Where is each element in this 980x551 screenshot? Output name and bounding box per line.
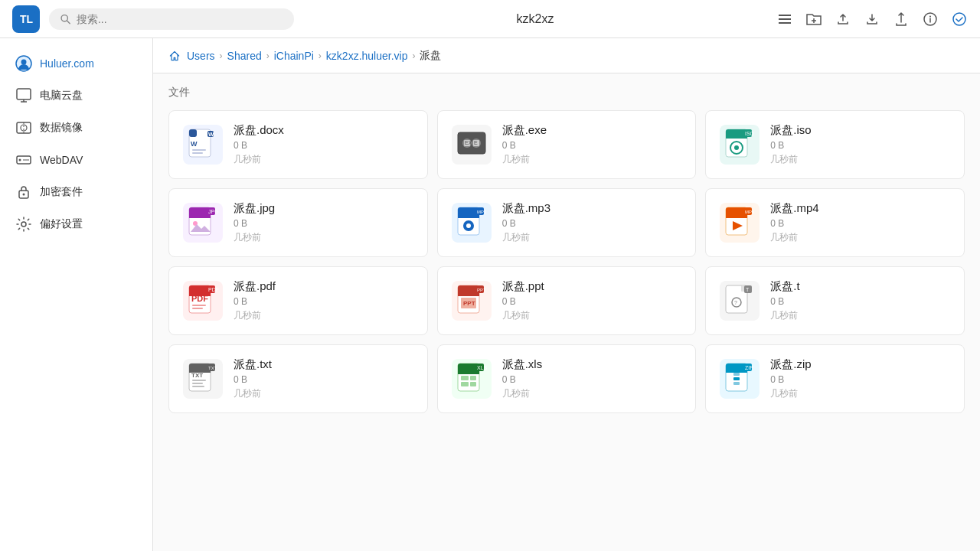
- download-icon[interactable]: [864, 11, 880, 28]
- topbar: TL kzk2xz: [0, 0, 980, 38]
- svg-text:TXT: TXT: [191, 372, 203, 379]
- sidebar-item-label: 数据镜像: [40, 121, 83, 135]
- svg-rect-104: [192, 383, 203, 384]
- file-name: 派盘.ppt: [502, 279, 544, 294]
- breadcrumb-current: 派盘: [420, 49, 441, 63]
- file-info: 派盘.iso 0 B 几秒前: [770, 123, 811, 166]
- file-name: 派盘.docx: [234, 123, 284, 138]
- breadcrumb-domain[interactable]: kzk2xz.huluer.vip: [326, 50, 408, 62]
- file-info: 派盘.mp3 0 B 几秒前: [502, 201, 550, 244]
- sidebar-item-cloud[interactable]: 电脑云盘: [0, 80, 152, 112]
- info-icon[interactable]: [922, 11, 939, 28]
- svg-rect-32: [192, 152, 203, 154]
- sidebar-user-label: Huluer.com: [40, 57, 94, 70]
- file-name: 派盘.pdf: [234, 279, 276, 294]
- svg-rect-69: [726, 214, 747, 218]
- sidebar-item-webdav[interactable]: WebDAV: [0, 144, 152, 176]
- file-card[interactable]: PPT PPT 派盘.ppt 0 B 几秒前: [437, 266, 697, 335]
- webdav-icon: [15, 152, 32, 168]
- svg-point-22: [19, 159, 21, 161]
- svg-rect-54: [189, 214, 211, 218]
- svg-rect-78: [192, 305, 206, 306]
- file-size: 0 B: [770, 218, 818, 229]
- list-view-icon[interactable]: [776, 11, 793, 28]
- file-icon-mp3: MP3: [452, 203, 492, 243]
- svg-point-26: [21, 222, 26, 227]
- breadcrumb-ichainpi[interactable]: iChainPi: [274, 50, 314, 62]
- svg-rect-31: [192, 149, 206, 151]
- svg-point-63: [466, 223, 471, 228]
- file-icon-pdf: PDF PDF: [183, 281, 223, 321]
- home-icon: [168, 50, 181, 62]
- svg-point-48: [734, 145, 739, 150]
- user-avatar-icon: [15, 55, 32, 72]
- svg-rect-15: [17, 89, 31, 99]
- search-bar[interactable]: [49, 8, 294, 30]
- file-size: 0 B: [502, 218, 550, 229]
- file-time: 几秒前: [770, 231, 818, 244]
- svg-point-14: [21, 60, 27, 65]
- file-time: 几秒前: [234, 153, 284, 166]
- file-size: 0 B: [770, 374, 811, 385]
- svg-rect-121: [726, 368, 747, 373]
- svg-point-2: [61, 15, 67, 21]
- file-time: 几秒前: [234, 309, 276, 322]
- sidebar-item-mirror[interactable]: 数据镜像: [0, 112, 152, 144]
- breadcrumb-sep-1: ›: [220, 51, 223, 61]
- file-size: 0 B: [502, 296, 544, 307]
- search-icon: [60, 13, 70, 24]
- file-name: 派盘.t: [770, 279, 799, 294]
- sidebar-item-user[interactable]: Huluer.com: [0, 47, 152, 80]
- file-card[interactable]: XLS 派盘.xls 0 B 几秒前: [437, 344, 697, 413]
- file-card[interactable]: MP3 派盘.mp3 0 B 几秒前: [437, 188, 697, 257]
- file-card[interactable]: MP4 派盘.mp4 0 B 几秒前: [705, 188, 965, 257]
- svg-rect-6: [779, 22, 791, 24]
- svg-rect-85: [458, 292, 479, 296]
- svg-text:?: ?: [734, 300, 737, 305]
- sidebar-item-encrypt[interactable]: 加密套件: [0, 176, 152, 208]
- svg-rect-122: [733, 373, 740, 376]
- file-info: 派盘.pdf 0 B 几秒前: [234, 279, 276, 322]
- file-info: 派盘.mp4 0 B 几秒前: [770, 201, 818, 244]
- svg-rect-123: [733, 377, 740, 380]
- search-input[interactable]: [77, 13, 283, 25]
- file-time: 几秒前: [770, 153, 811, 166]
- file-card[interactable]: ? T 派盘.t 0 B 几秒前: [705, 266, 965, 335]
- file-card[interactable]: JPG 派盘.jpg 0 B 几秒前: [168, 188, 428, 257]
- file-card[interactable]: EX E 派盘.exe 0 B 几秒前: [437, 110, 697, 179]
- file-size: 0 B: [502, 140, 547, 151]
- file-name: 派盘.iso: [770, 123, 811, 138]
- file-size: 0 B: [770, 140, 811, 151]
- sidebar-item-label: 加密套件: [40, 185, 83, 199]
- file-icon-ppt: PPT PPT: [452, 281, 492, 321]
- share-icon[interactable]: [893, 11, 910, 28]
- svg-point-25: [23, 194, 25, 196]
- svg-text:PDF: PDF: [208, 287, 219, 292]
- breadcrumb-shared[interactable]: Shared: [227, 50, 262, 62]
- file-icon-jpg: JPG: [183, 203, 223, 243]
- file-card[interactable]: W W 派盘.docx 0 B 几秒前: [168, 110, 428, 179]
- file-name: 派盘.zip: [770, 357, 811, 372]
- upload-file-icon[interactable]: [835, 11, 851, 28]
- file-card[interactable]: TXT TXT 派盘.txt 0 B 几秒前: [168, 344, 428, 413]
- svg-rect-5: [779, 18, 791, 20]
- svg-rect-113: [470, 376, 476, 380]
- check-icon[interactable]: [951, 11, 968, 28]
- svg-text:TXT: TXT: [208, 366, 217, 370]
- app-logo: TL: [12, 5, 40, 33]
- mirror-icon: [15, 119, 32, 136]
- svg-text:JPG: JPG: [208, 209, 219, 214]
- file-card[interactable]: ZIP 派盘.zip 0 B 几秒前: [705, 344, 965, 413]
- file-time: 几秒前: [502, 231, 550, 244]
- file-size: 0 B: [234, 140, 284, 151]
- file-time: 几秒前: [770, 309, 799, 322]
- file-card[interactable]: ISO 派盘.iso 0 B 几秒前: [705, 110, 965, 179]
- sidebar-item-settings[interactable]: 偏好设置: [0, 208, 152, 240]
- file-size: 0 B: [770, 296, 799, 307]
- breadcrumb-users[interactable]: Users: [187, 50, 215, 62]
- file-card[interactable]: PDF PDF 派盘.pdf 0 B 几秒前: [168, 266, 428, 335]
- svg-text:W: W: [208, 131, 214, 138]
- add-folder-icon[interactable]: [805, 11, 822, 28]
- file-info: 派盘.ppt 0 B 几秒前: [502, 279, 544, 322]
- sidebar-item-label: 电脑云盘: [40, 89, 83, 103]
